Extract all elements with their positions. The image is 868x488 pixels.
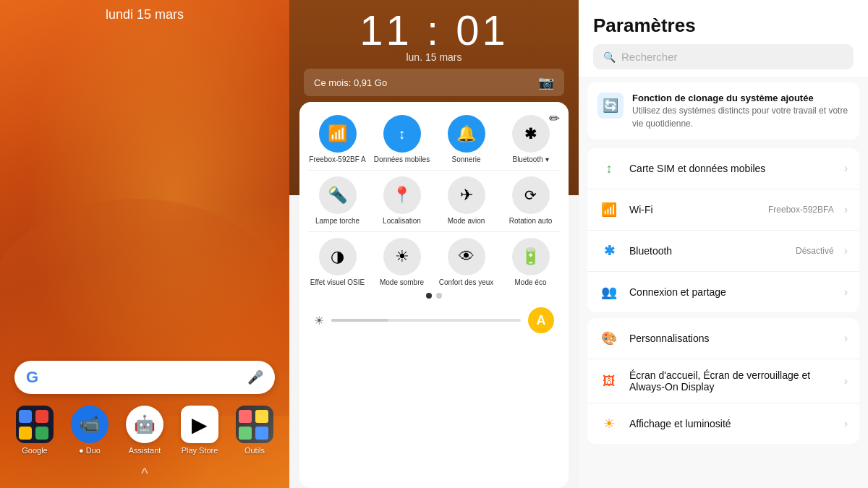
lock-screen-header: 11 : 01 lun. 15 mars [289,0,579,63]
edit-button[interactable]: ✏ [549,111,560,127]
qs-dark-label: Mode sombre [380,278,424,287]
qs-eco[interactable]: 🔋 Mode éco [501,238,560,287]
nav-up-indicator: ^ [0,466,289,488]
assistant-icon: 🤖 [126,406,163,443]
qs-rotation-label: Rotation auto [509,217,553,226]
bluetooth-chevron: › [844,244,848,257]
promo-icon: 🔄 [597,93,624,119]
outils-icon [236,406,273,443]
brightness-row: ☀ A [308,304,560,336]
display-label: Affichage et luminosité [629,418,834,429]
app-item-playstore[interactable]: ▶ Play Store [181,406,218,455]
sim-text: Carte SIM et données mobiles [629,163,834,174]
search-icon: 🔍 [603,51,616,63]
app-item-duo[interactable]: 📹 ● Duo [71,406,109,455]
qs-divider1 [308,170,560,171]
settings-item-screen[interactable]: 🖼 Écran d'accueil, Écran de verrouillage… [587,359,859,403]
qs-osie[interactable]: ◑ Effet visuel OSIE [308,238,367,287]
qs-dark-circle: ☀ [383,238,421,275]
home-date: lundi 15 mars [0,0,289,22]
app-item-outils[interactable]: Outils [236,406,273,455]
settings-list-2: 🎨 Personnalisations › 🖼 Écran d'accueil,… [587,318,859,444]
qs-dark[interactable]: ☀ Mode sombre [373,238,431,287]
qs-torch[interactable]: 🔦 Lampe torche [308,176,367,226]
connection-chevron: › [844,286,848,299]
settings-item-wifi[interactable]: 📶 Wi-Fi Freebox-592BFA › [587,189,859,231]
screen-label: Écran d'accueil, Écran de verrouillage e… [629,369,834,393]
qs-torch-label: Lampe torche [315,217,359,226]
qs-eco-label: Mode éco [515,278,547,287]
settings-item-perso[interactable]: 🎨 Personnalisations › [587,318,859,359]
perso-text: Personnalisations [629,333,834,344]
qs-wifi[interactable]: 📶 Freebox-592BF A [308,115,367,164]
settings-list: ↕ Carte SIM et données mobiles › 📶 Wi-Fi… [587,148,859,312]
settings-item-display[interactable]: ☀ Affichage et luminosité › [587,403,859,444]
lock-date: lun. 15 mars [289,51,579,63]
brightness-icon: ☀ [314,314,324,328]
user-avatar[interactable]: A [528,307,554,333]
qs-grid-row2: 🔦 Lampe torche 📍 Localisation ✈ Mode avi… [308,176,560,226]
screen-icon: 🖼 [599,371,619,391]
app-label-playstore: Play Store [182,446,218,455]
display-icon: ☀ [599,414,619,434]
qs-data[interactable]: ↕ Données mobiles [373,115,431,164]
connection-icon: 👥 [599,282,619,302]
qs-page-dots [308,293,560,299]
qs-data-circle: ↕ [383,115,421,153]
qs-bluetooth-circle: ✱ [512,115,550,153]
settings-item-sim[interactable]: ↕ Carte SIM et données mobiles › [587,148,859,189]
qs-eco-circle: 🔋 [512,238,550,275]
brightness-fill [331,319,388,322]
home-screen-panel: lundi 15 mars G 🎤 Google 📹 ● Duo [0,0,289,488]
qs-airplane[interactable]: ✈ Mode avion [437,176,495,226]
qs-osie-label: Effet visuel OSIE [310,278,365,287]
qs-comfort-circle: 👁 [448,238,485,275]
qs-dot-1 [426,293,432,299]
display-chevron: › [844,417,848,430]
app-item-assistant[interactable]: 🤖 Assistant [126,406,163,455]
qs-comfort[interactable]: 👁 Confort des yeux [437,238,495,287]
perso-icon: 🎨 [599,328,619,348]
settings-item-bluetooth[interactable]: ✱ Bluetooth Désactivé › [587,231,859,272]
qs-wifi-circle: 📶 [319,115,357,153]
qs-airplane-circle: ✈ [448,176,485,214]
app-label-google: Google [22,446,47,455]
qs-location[interactable]: 📍 Localisation [373,176,431,226]
brightness-slider[interactable] [331,319,521,322]
qs-grid-row1: 📶 Freebox-592BF A ↕ Données mobiles 🔔 So… [308,115,560,164]
perso-label: Personnalisations [629,333,834,344]
data-usage-text: Ce mois: 0,91 Go [314,77,387,88]
bluetooth-value: Désactivé [796,246,834,256]
qs-bluetooth-label: Bluetooth ▾ [512,155,548,164]
settings-item-connection[interactable]: 👥 Connexion et partage › [587,272,859,312]
settings-search-bar[interactable]: 🔍 Rechercher [593,44,854,69]
qs-airplane-label: Mode avion [448,217,485,226]
qs-sound[interactable]: 🔔 Sonnerie [437,115,495,164]
qs-torch-circle: 🔦 [319,176,357,214]
qs-divider2 [308,231,560,232]
camera-icon: 📷 [538,74,554,90]
qs-sound-circle: 🔔 [448,115,485,153]
settings-title: Paramètres [593,14,854,37]
screen-text: Écran d'accueil, Écran de verrouillage e… [629,369,834,393]
app-dock: Google 📹 ● Duo 🤖 Assistant ▶ Play Store [0,406,289,466]
sim-icon: ↕ [599,158,619,179]
qs-location-circle: 📍 [383,176,421,214]
bluetooth-label: Bluetooth [629,245,786,257]
wifi-value: Freebox-592BFA [768,205,834,215]
data-usage-bar: Ce mois: 0,91 Go 📷 [304,69,564,96]
google-logo: G [26,368,38,387]
qs-dot-2 [436,293,442,299]
qs-rotation[interactable]: ⟳ Rotation auto [501,176,560,226]
google-search-bar[interactable]: G 🎤 [14,361,275,394]
qs-grid-row3: ◑ Effet visuel OSIE ☀ Mode sombre 👁 Conf… [308,238,560,287]
app-label-outils: Outils [244,446,265,455]
quick-settings-panel: 11 : 01 lun. 15 mars Ce mois: 0,91 Go 📷 … [289,0,579,488]
app-label-duo: ● Duo [79,446,101,455]
promo-text: Fonction de clonage du système ajoutée U… [632,93,849,129]
mic-icon[interactable]: 🎤 [247,369,263,385]
bluetooth-text: Bluetooth [629,245,786,257]
settings-promo-card[interactable]: 🔄 Fonction de clonage du système ajoutée… [587,82,859,140]
wifi-text: Wi-Fi [629,204,758,215]
app-item-google[interactable]: Google [16,406,54,455]
